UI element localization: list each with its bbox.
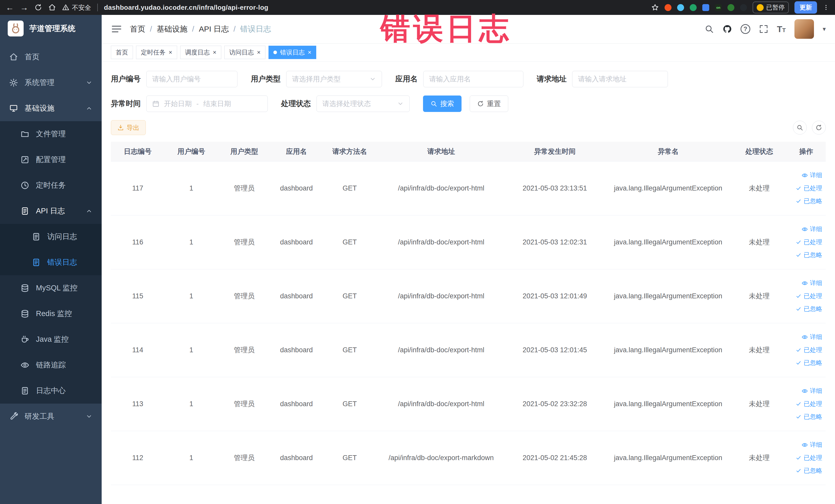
ignore-link[interactable]: 已忽略 [789, 356, 822, 369]
extension-icon[interactable] [665, 4, 672, 11]
detail-link[interactable]: 详细 [789, 384, 822, 397]
reset-button[interactable]: 重置 [470, 96, 508, 112]
cell-url: /api/infra/db-doc/export-html [377, 377, 505, 431]
sidebar-item-infrastructure[interactable]: 基础设施 [0, 96, 102, 121]
sidebar-item-mysql-monitor[interactable]: MySQL 监控 [0, 275, 102, 301]
tag-job-log[interactable]: 调度日志 × [180, 46, 221, 59]
site-security-indicator[interactable]: 不安全 [62, 3, 91, 12]
close-icon[interactable]: × [308, 49, 311, 56]
avatar-caret-icon[interactable]: ▾ [823, 25, 826, 33]
extension-icon[interactable] [677, 4, 684, 11]
tampermonkey-paused-badge[interactable]: 已暂停 [753, 2, 789, 13]
breadcrumb-item[interactable]: 基础设施 [157, 24, 187, 35]
ignore-link[interactable]: 已忽略 [789, 302, 822, 315]
table-header-row: 日志编号 用户编号 用户类型 应用名 请求方法名 请求地址 异常发生时间 异常名… [111, 142, 826, 161]
check-icon [795, 347, 802, 353]
cell-time: 2021-05-03 12:02:31 [505, 215, 604, 269]
sidebar-item-config-management[interactable]: 配置管理 [0, 147, 102, 173]
sidebar-item-system-management[interactable]: 系统管理 [0, 70, 102, 96]
browser-home-button[interactable] [48, 4, 56, 11]
ignore-link[interactable]: 已忽略 [789, 248, 822, 261]
search-button[interactable]: 搜索 [423, 96, 462, 112]
browser-back-button[interactable]: ← [6, 3, 14, 12]
github-icon[interactable] [722, 24, 732, 34]
refresh-icon [815, 124, 822, 131]
close-icon[interactable]: × [213, 49, 217, 56]
sidebar-item-label: 链路追踪 [36, 360, 66, 370]
refresh-table-button[interactable] [812, 121, 826, 135]
extension-icon[interactable] [740, 4, 747, 11]
processed-link[interactable]: 已处理 [789, 236, 822, 248]
processed-link[interactable]: 已处理 [789, 344, 822, 356]
column-header: 异常名 [604, 142, 732, 161]
sidebar-item-job[interactable]: 定时任务 [0, 173, 102, 198]
address-url[interactable]: dashboard.yudao.iocoder.cn/infra/log/api… [104, 4, 268, 12]
sidebar-item-api-log[interactable]: API 日志 [0, 198, 102, 224]
close-icon[interactable]: × [257, 49, 261, 56]
processed-link[interactable]: 已处理 [789, 182, 822, 195]
close-icon[interactable]: × [169, 49, 172, 56]
request-url-input[interactable] [572, 71, 668, 87]
user-avatar[interactable] [794, 19, 814, 39]
ignore-link[interactable]: 已忽略 [789, 464, 822, 477]
sidebar-item-label: 配置管理 [36, 155, 66, 165]
sidebar-item-dev-tools[interactable]: 研发工具 [0, 404, 102, 429]
bookmark-star-icon[interactable] [651, 4, 659, 11]
detail-link[interactable]: 详细 [789, 223, 822, 236]
sidebar-item-label: Java 监控 [36, 334, 68, 345]
error-log-table: 日志编号 用户编号 用户类型 应用名 请求方法名 请求地址 异常发生时间 异常名… [102, 142, 835, 485]
tag-error-log[interactable]: 错误日志 × [268, 46, 316, 59]
exception-time-range-picker[interactable]: 开始日期 - 结束日期 [146, 96, 268, 112]
sidebar-item-home[interactable]: 首页 [0, 44, 102, 70]
browser-update-button[interactable]: 更新 [794, 1, 817, 14]
ignore-link[interactable]: 已忽略 [789, 410, 822, 423]
processed-link[interactable]: 已处理 [789, 289, 822, 302]
extension-icon[interactable] [702, 4, 709, 11]
cell-method: GET [322, 269, 377, 323]
export-button[interactable]: 导出 [111, 120, 146, 135]
font-size-icon[interactable]: T T [777, 24, 786, 34]
detail-link[interactable]: 详细 [789, 330, 822, 343]
breadcrumb-item[interactable]: 首页 [130, 24, 145, 35]
sidebar-item-java-monitor[interactable]: Java 监控 [0, 327, 102, 352]
tag-home[interactable]: 首页 [111, 46, 133, 59]
hamburger-icon[interactable] [111, 23, 122, 35]
detail-link[interactable]: 详细 [789, 277, 822, 289]
check-icon [795, 198, 802, 204]
browser-forward-button[interactable]: → [20, 3, 28, 12]
processed-link[interactable]: 已处理 [789, 451, 822, 464]
ignore-link[interactable]: 已忽略 [789, 195, 822, 207]
search-icon[interactable] [705, 24, 714, 34]
processed-link[interactable]: 已处理 [789, 398, 822, 410]
sidebar-item-access-log[interactable]: 访问日志 [0, 224, 102, 249]
calendar-icon [152, 100, 159, 107]
help-icon[interactable]: ? [740, 24, 750, 34]
app-name-input[interactable] [423, 71, 523, 87]
cell-actions: 详细 已处理 已忽略 [787, 377, 826, 431]
app-logo[interactable]: 芋道管理系统 [0, 15, 102, 42]
detail-link[interactable]: 详细 [789, 169, 822, 182]
tag-job[interactable]: 定时任务 × [136, 46, 177, 59]
breadcrumb-item[interactable]: API 日志 [199, 24, 229, 35]
browser-menu-icon[interactable] [823, 4, 829, 11]
user-type-select[interactable]: 请选择用户类型 [286, 71, 382, 87]
extension-icon[interactable] [690, 4, 697, 11]
toggle-search-button[interactable] [793, 121, 807, 135]
extension-icon[interactable] [728, 4, 734, 11]
process-status-select[interactable]: 请选择处理状态 [317, 96, 410, 112]
tag-access-log[interactable]: 访问日志 × [224, 46, 265, 59]
cell-exception: java.lang.IllegalArgumentException [604, 323, 732, 377]
user-id-input[interactable] [146, 71, 238, 87]
detail-link[interactable]: 详细 [789, 438, 822, 451]
sidebar-item-log-center[interactable]: 日志中心 [0, 378, 102, 404]
sidebar-item-label: 基础设施 [25, 103, 55, 114]
sidebar-item-redis-monitor[interactable]: Redis 监控 [0, 301, 102, 327]
sidebar-item-error-log[interactable]: 错误日志 [0, 249, 102, 275]
fullscreen-icon[interactable] [759, 24, 768, 34]
browser-reload-button[interactable] [34, 4, 42, 11]
extension-icon[interactable]: on [715, 4, 722, 11]
user-id-label: 用户编号 [111, 74, 141, 84]
sidebar-item-tracing[interactable]: 链路追踪 [0, 352, 102, 378]
sidebar-item-file-management[interactable]: 文件管理 [0, 121, 102, 147]
cell-log-id: 114 [111, 323, 165, 377]
